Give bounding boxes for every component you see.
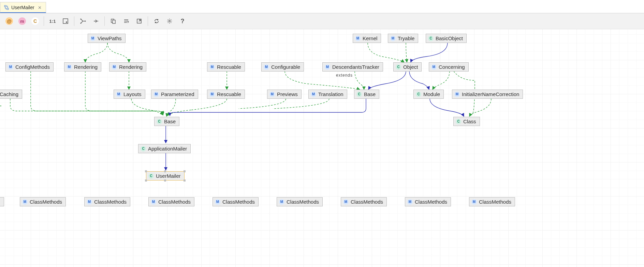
node-classmethods-7[interactable]: MClassMethods [405, 197, 451, 206]
node-classmethods-6[interactable]: MClassMethods [341, 197, 387, 206]
node-label: Parameterized [161, 91, 194, 97]
node-applicationmailer[interactable]: CApplicationMailer [138, 144, 191, 153]
node-classmethods-8[interactable]: MClassMethods [469, 197, 515, 206]
node-class[interactable]: CClass [453, 117, 480, 126]
node-rescuable-1[interactable]: MRescuable [207, 62, 245, 72]
node-kernel[interactable]: MKernel [353, 34, 381, 43]
node-label: s [0, 199, 0, 205]
node-tryable[interactable]: MTryable [388, 34, 418, 43]
svg-point-7 [97, 21, 98, 22]
node-label: ClassMethods [479, 199, 511, 205]
svg-point-11 [169, 20, 171, 22]
node-label: ClassMethods [222, 199, 255, 205]
module-icon: M [116, 92, 121, 97]
export-button[interactable] [133, 15, 146, 28]
node-rendering-2[interactable]: MRendering [109, 62, 146, 72]
node-label: UserMailer [156, 173, 181, 179]
node-label: Rescuable [217, 64, 241, 70]
svg-rect-2 [63, 19, 68, 23]
node-rendering-1[interactable]: MRendering [64, 62, 101, 72]
svg-point-5 [80, 22, 81, 23]
method-icon: m [18, 17, 26, 25]
node-label: Configurable [271, 64, 300, 70]
fit-content-button[interactable] [59, 15, 72, 28]
node-classmethods-left[interactable]: s [0, 197, 4, 206]
node-label: ConfigMethods [15, 64, 50, 70]
class-icon: C [141, 146, 146, 152]
diagram-icon [4, 5, 9, 10]
refresh-icon [153, 18, 160, 24]
node-previews[interactable]: MPreviews [267, 90, 302, 99]
selection-handle[interactable] [184, 179, 186, 182]
selection-handle[interactable] [164, 170, 166, 172]
module-icon: M [311, 92, 316, 97]
tab-bar: UserMailer ✕ [0, 0, 644, 13]
node-translation[interactable]: MTranslation [308, 90, 347, 99]
node-configmethods[interactable]: MConfigMethods [5, 62, 54, 72]
m-filter-button[interactable]: m [16, 15, 29, 28]
toolbar-separator [104, 16, 105, 26]
refresh-button[interactable] [150, 15, 163, 28]
node-rescuable-2[interactable]: MRescuable [207, 90, 245, 99]
module-icon: M [454, 92, 460, 97]
node-base-2[interactable]: CBase [154, 117, 179, 126]
module-icon: M [112, 64, 117, 70]
node-label: InitializerNameCorrection [462, 91, 519, 97]
node-base-c[interactable]: CBase [354, 90, 379, 99]
node-classmethods-3[interactable]: MClassMethods [148, 197, 194, 206]
node-basicobject[interactable]: CBasicObject [426, 34, 467, 43]
zoom-actual-button[interactable]: 1:1 [46, 15, 59, 28]
node-module[interactable]: CModule [413, 90, 444, 99]
node-parameterized[interactable]: MParameterized [151, 90, 198, 99]
node-label: BasicObject [436, 35, 463, 41]
module-icon: M [471, 199, 477, 205]
node-caching[interactable]: MCaching [0, 90, 22, 99]
class-icon: C [456, 119, 461, 124]
node-usermailer[interactable]: CUserMailer [146, 171, 185, 180]
node-classmethods-1[interactable]: MClassMethods [20, 197, 66, 206]
module-icon: M [209, 64, 215, 70]
svg-rect-1 [7, 8, 9, 10]
node-classmethods-4[interactable]: MClassMethods [213, 197, 259, 206]
node-classmethods-2[interactable]: MClassMethods [84, 197, 130, 206]
module-icon: M [343, 199, 349, 205]
selection-handle[interactable] [145, 179, 147, 182]
node-descendantstracker[interactable]: MDescendantsTracker [322, 62, 383, 72]
layout-icon [79, 18, 86, 25]
node-label: Rendering [119, 64, 143, 70]
help-button[interactable]: ? [176, 15, 189, 28]
edit-source-button[interactable] [120, 15, 133, 28]
node-object[interactable]: CObject [393, 62, 422, 72]
fit-icon [62, 18, 69, 24]
diagram-toolbar: @ m C 1:1 ? [0, 13, 644, 29]
module-icon: M [215, 199, 220, 205]
node-label: Caching [0, 91, 18, 97]
module-icon: M [355, 36, 361, 41]
module-icon: M [390, 36, 396, 41]
node-viewpaths[interactable]: MViewPaths [88, 34, 126, 43]
toolbar-separator [44, 16, 44, 26]
copy-icon [110, 18, 116, 24]
selection-handle[interactable] [164, 179, 166, 182]
node-label: Layouts [123, 91, 142, 97]
class-icon: C [148, 173, 154, 179]
close-icon[interactable]: ✕ [36, 5, 42, 10]
node-initializernamecorrection[interactable]: MInitializerNameCorrection [452, 90, 523, 99]
diagram-canvas[interactable]: extends MViewPaths MKernel MTryable CBas… [0, 29, 644, 267]
c-filter-button[interactable]: C [29, 15, 42, 28]
layout-button[interactable] [76, 15, 89, 28]
copy-button[interactable] [107, 15, 120, 28]
export-icon [136, 18, 142, 24]
settings-button[interactable] [163, 15, 176, 28]
node-layouts[interactable]: MLayouts [114, 90, 145, 99]
node-classmethods-5[interactable]: MClassMethods [277, 197, 323, 206]
node-concerning[interactable]: MConcerning [429, 62, 469, 72]
selection-handle[interactable] [184, 170, 186, 172]
tab-usermailer[interactable]: UserMailer ✕ [0, 2, 46, 13]
at-filter-button[interactable]: @ [3, 15, 16, 28]
selection-handle[interactable] [145, 170, 147, 172]
route-edges-button[interactable] [89, 15, 102, 28]
node-configurable[interactable]: MConfigurable [261, 62, 304, 72]
class-icon: C [416, 92, 421, 97]
tab-label: UserMailer [11, 5, 34, 10]
